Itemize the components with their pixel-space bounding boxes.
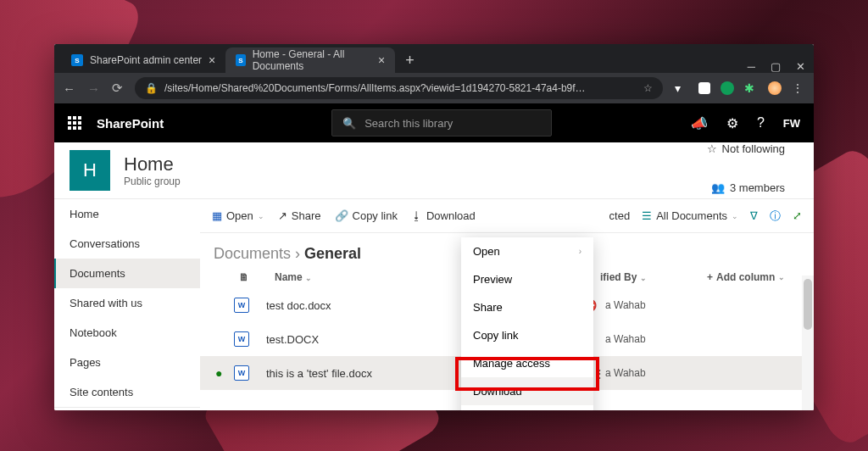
forward-icon[interactable]: →: [87, 81, 100, 96]
doctype-column-icon[interactable]: 🗎: [237, 271, 251, 283]
open-button[interactable]: ▦Open ⌄: [212, 209, 264, 222]
browser-tab-0[interactable]: S SharePoint admin center ×: [61, 47, 225, 73]
menu-delete[interactable]: Delete: [461, 405, 593, 410]
extension-icon[interactable]: [721, 81, 734, 95]
people-icon: 👥: [711, 181, 725, 194]
menu-copylink[interactable]: Copy link: [461, 321, 593, 349]
word-icon: W: [234, 298, 249, 313]
info-icon[interactable]: ⓘ: [770, 209, 781, 224]
view-selector[interactable]: ☰All Documents ⌄: [642, 209, 738, 222]
star-icon: ☆: [707, 142, 717, 155]
extension-icon[interactable]: [698, 82, 710, 94]
user-initials[interactable]: FW: [783, 117, 800, 130]
chevron-down-icon: ⌄: [305, 274, 312, 282]
menu-preview[interactable]: Preview: [461, 265, 593, 293]
modifiedby-column[interactable]: ified By ⌄: [600, 271, 702, 283]
filter-icon[interactable]: ∇: [750, 209, 758, 222]
menu-download[interactable]: Download: [461, 377, 593, 405]
nav-shared[interactable]: Shared with us: [54, 288, 200, 318]
nav-documents[interactable]: Documents: [54, 259, 200, 288]
site-header: H Home Public group ☆Not following 👥3 me…: [54, 142, 814, 198]
gear-icon[interactable]: ⚙: [726, 115, 738, 131]
add-column-button[interactable]: + Add column ⌄: [707, 271, 800, 283]
more-icon[interactable]: ⋮: [594, 367, 605, 380]
breadcrumb-current: General: [304, 245, 361, 262]
menu-open[interactable]: Open›: [461, 237, 593, 265]
close-icon[interactable]: ×: [378, 53, 385, 67]
site-logo: H: [70, 150, 110, 191]
sharepoint-favicon: S: [71, 54, 83, 66]
nav-pages[interactable]: Pages: [54, 348, 200, 377]
menu-icon[interactable]: ⋮: [792, 81, 805, 95]
modified-by: a Wahab: [605, 367, 707, 379]
scrollbar-thumb[interactable]: [804, 279, 812, 330]
menu-manage-access[interactable]: Manage access: [461, 349, 593, 377]
back-icon[interactable]: ←: [63, 81, 75, 96]
new-tab-button[interactable]: +: [395, 52, 425, 73]
word-icon: ▦: [212, 209, 222, 222]
extension-icon[interactable]: ✱: [744, 81, 758, 95]
follow-button[interactable]: Not following: [722, 142, 785, 155]
megaphone-icon[interactable]: 📣: [691, 115, 708, 131]
star-icon[interactable]: ☆: [643, 82, 653, 94]
search-icon: 🔍: [342, 117, 356, 130]
sharepoint-header: SharePoint 🔍 Search this library 📣 ⚙ ? F…: [54, 103, 814, 142]
scrollbar[interactable]: [802, 276, 814, 410]
word-icon: W: [234, 365, 249, 381]
word-icon: W: [234, 331, 249, 347]
address-bar: ← → ⟳ 🔒 /sites/Home/Shared%20Documents/F…: [54, 73, 814, 103]
chevron-right-icon: ›: [579, 247, 581, 256]
lock-icon: 🔒: [145, 82, 158, 94]
app-launcher-icon[interactable]: [68, 116, 81, 130]
copylink-button[interactable]: 🔗Copy link: [335, 209, 398, 222]
modified-by: a Wahab: [605, 299, 707, 311]
chevron-down-icon: ⌄: [640, 274, 647, 282]
browser-tab-1[interactable]: S Home - General - All Documents ×: [225, 47, 395, 73]
site-subtitle: Public group: [124, 175, 181, 187]
members-link[interactable]: 3 members: [730, 181, 785, 194]
app-name: SharePoint: [97, 116, 164, 131]
download-button[interactable]: ⭳Download: [411, 209, 476, 222]
profile-avatar[interactable]: [768, 81, 782, 95]
command-bar: ▦Open ⌄ ↗Share 🔗Copy link ⭳Download cted…: [200, 199, 814, 233]
context-menu: Open› Preview Share Copy link Manage acc…: [461, 237, 593, 410]
sharepoint-favicon: S: [236, 54, 245, 66]
help-icon[interactable]: ?: [757, 115, 765, 131]
close-window-icon[interactable]: ✕: [796, 60, 805, 73]
url-input[interactable]: 🔒 /sites/Home/Shared%20Documents/Forms/A…: [135, 77, 663, 99]
selected-count: cted: [609, 209, 631, 222]
left-navigation: Home Conversations Documents Shared with…: [54, 198, 200, 410]
browser-window: S SharePoint admin center × S Home - Gen…: [54, 44, 814, 410]
search-placeholder: Search this library: [364, 117, 453, 130]
url-text: /sites/Home/Shared%20Documents/Forms/All…: [164, 82, 586, 94]
browser-tabs: S SharePoint admin center × S Home - Gen…: [54, 44, 814, 73]
reload-icon[interactable]: ⟳: [112, 81, 123, 96]
nav-site-contents[interactable]: Site contents: [54, 377, 200, 407]
nav-home[interactable]: Home: [54, 199, 200, 229]
search-input[interactable]: 🔍 Search this library: [331, 109, 552, 136]
chevron-down-icon: ⌄: [258, 212, 264, 220]
link-icon: 🔗: [335, 209, 348, 222]
row-checkbox[interactable]: [215, 366, 234, 380]
nav-notebook[interactable]: Notebook: [54, 318, 200, 348]
share-button[interactable]: ↗Share: [278, 209, 321, 222]
maximize-icon[interactable]: ▢: [771, 60, 781, 73]
nav-conversations[interactable]: Conversations: [54, 229, 200, 259]
share-icon: ↗: [278, 209, 287, 222]
breadcrumb-root[interactable]: Documents: [214, 245, 291, 262]
classic-link[interactable]: Return to classic SharePoint: [54, 407, 200, 410]
name-column[interactable]: Name ⌄: [275, 271, 427, 283]
list-icon: ☰: [642, 209, 652, 222]
expand-icon[interactable]: ⤢: [793, 209, 802, 222]
tab-title: Home - General - All Documents: [253, 48, 371, 72]
tab-title: SharePoint admin center: [90, 54, 202, 66]
chevron-down-icon: ⌄: [778, 273, 785, 281]
minimize-icon[interactable]: ─: [748, 60, 755, 73]
download-icon: ⭳: [411, 209, 422, 222]
extension-icon[interactable]: ▾: [675, 81, 688, 95]
close-icon[interactable]: ×: [209, 53, 215, 67]
menu-share[interactable]: Share: [461, 293, 593, 321]
modified-by: a Wahab: [605, 333, 707, 345]
chevron-down-icon: ⌄: [732, 212, 738, 220]
site-title: Home: [124, 153, 181, 175]
